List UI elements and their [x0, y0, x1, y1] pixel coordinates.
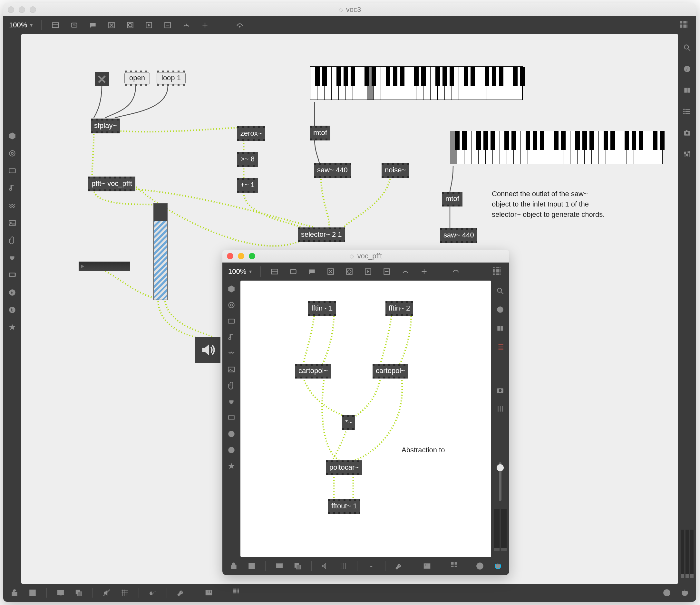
sub-split-icon[interactable] [495, 323, 505, 334]
sub-cube-icon[interactable] [226, 284, 236, 294]
sub-play-icon[interactable] [362, 265, 374, 278]
sub-info-icon[interactable] [495, 305, 505, 315]
mul-object[interactable]: *~ [342, 417, 355, 428]
sub-grid-icon[interactable] [491, 265, 503, 278]
main-titlebar[interactable]: ◇ voc3 [3, 3, 696, 16]
sub-bang-icon[interactable] [343, 265, 355, 278]
sub-camera-icon[interactable] [495, 385, 505, 395]
fftin2-object[interactable]: fftin~ 2 [385, 303, 413, 314]
info-icon[interactable]: i [682, 64, 692, 74]
sub-image-icon[interactable] [226, 364, 236, 375]
griddot-icon[interactable] [119, 587, 130, 598]
plug-icon[interactable] [7, 253, 18, 263]
poltocar-object[interactable]: poltocar~ [326, 462, 362, 473]
engine-icon[interactable] [661, 587, 672, 598]
sub-star-icon[interactable] [226, 461, 236, 471]
sub-note-icon[interactable] [226, 332, 236, 342]
mtof1-object[interactable]: mtof [310, 128, 330, 138]
note-icon[interactable] [7, 183, 18, 193]
screen-icon[interactable] [7, 270, 18, 280]
sub-clip-icon[interactable] [226, 380, 236, 391]
sub-titlebar[interactable]: ◇voc_pfft [222, 250, 509, 263]
sub-present-icon[interactable] [274, 560, 285, 572]
select-icon[interactable] [27, 587, 38, 598]
plus-icon[interactable] [199, 19, 211, 31]
mute-icon[interactable] [101, 587, 112, 598]
v-icon[interactable]: v [7, 287, 18, 298]
plus-object[interactable]: +~ 1 [237, 180, 258, 191]
sub-engine-icon[interactable] [475, 560, 486, 572]
circle-icon[interactable] [7, 148, 18, 158]
sub-circle-icon[interactable] [226, 300, 236, 310]
message-open[interactable]: open [124, 72, 150, 84]
number-box[interactable] [79, 262, 130, 271]
bang-icon[interactable] [124, 19, 136, 31]
sub-sliders-icon[interactable] [495, 404, 505, 414]
sub-toggle-icon[interactable] [325, 265, 337, 278]
gain-slider[interactable] [153, 203, 168, 300]
play-icon[interactable] [143, 19, 155, 31]
cube-icon[interactable] [7, 131, 18, 141]
cartopol1-object[interactable]: cartopol~ [295, 366, 331, 376]
zoom-control[interactable]: 100%▼ [9, 21, 33, 29]
link-icon[interactable] [147, 587, 158, 598]
image-icon[interactable] [7, 218, 18, 228]
sub-step-icon[interactable] [226, 348, 236, 359]
power-icon[interactable] [679, 587, 690, 598]
layout-icon[interactable] [49, 19, 61, 31]
sub-plug-icon[interactable] [226, 397, 236, 407]
zerox-object[interactable]: zerox~ [237, 128, 265, 139]
toggle-icon[interactable] [105, 19, 118, 31]
sub-select-icon[interactable] [246, 560, 257, 572]
sub-canvas[interactable]: fftin~ 1 fftin~ 2 cartopol~ cartopol~ *~… [241, 281, 491, 557]
b-icon[interactable]: b [7, 305, 18, 315]
clip-icon[interactable] [7, 235, 18, 245]
sub-dup-icon[interactable] [292, 560, 303, 572]
sub-link-icon[interactable] [366, 560, 377, 572]
toggle-object[interactable] [95, 72, 109, 86]
sub-lock-icon[interactable] [228, 560, 239, 572]
sfplay-object[interactable]: sfplay~ [91, 121, 120, 131]
piano-icon[interactable] [203, 587, 214, 598]
gte-object[interactable]: >~ 8 [237, 154, 258, 165]
present-icon[interactable] [55, 587, 66, 598]
noise-object[interactable]: noise~ [381, 165, 409, 176]
sub-list-icon[interactable] [495, 342, 505, 352]
sub-power-icon[interactable] [493, 560, 503, 572]
panel-icon[interactable] [7, 165, 18, 176]
message-icon[interactable]: m [68, 19, 80, 31]
grid-icon[interactable] [678, 19, 690, 31]
mtof2-object[interactable]: mtof [442, 193, 462, 205]
sub-message-icon[interactable] [287, 265, 299, 278]
sub-volume-slider[interactable] [499, 462, 501, 501]
fftout-object[interactable]: fftout~ 1 [328, 501, 360, 512]
sub-b-icon[interactable] [226, 445, 236, 455]
sub-v-icon[interactable] [226, 429, 236, 439]
sub-screen-icon[interactable] [226, 413, 236, 423]
sub-piano-icon[interactable] [422, 560, 432, 572]
sub-panel-icon[interactable] [226, 316, 236, 326]
pfft-object[interactable]: pfft~ voc_pfft [88, 179, 135, 189]
sub-plus-icon[interactable] [418, 265, 430, 278]
sub-mute-icon[interactable] [320, 560, 331, 572]
kslider-1[interactable] [310, 67, 523, 100]
sub-comment-icon[interactable] [306, 265, 318, 278]
paint-icon[interactable] [234, 19, 246, 31]
sub-search-icon[interactable] [495, 286, 505, 296]
comment-icon[interactable] [87, 19, 99, 31]
sub-paint-icon[interactable] [450, 265, 462, 278]
selector-object[interactable]: selector~ 2 1 [298, 229, 345, 240]
sub-griddot-icon[interactable] [338, 560, 349, 572]
wrench-icon[interactable] [175, 587, 186, 598]
lock-icon[interactable] [9, 587, 20, 598]
fftin1-object[interactable]: fftin~ 1 [308, 303, 336, 314]
list-icon[interactable] [682, 106, 692, 116]
sub-matrix-icon[interactable] [450, 560, 460, 572]
split-icon[interactable] [682, 85, 692, 95]
sub-layout-icon[interactable] [269, 265, 281, 278]
search-icon[interactable] [682, 43, 692, 53]
kslider-2[interactable] [450, 131, 662, 164]
sub-zoom-control[interactable]: 100%▼ [228, 267, 253, 276]
slider-icon[interactable] [161, 19, 174, 31]
sub-slider-icon[interactable] [381, 265, 393, 278]
